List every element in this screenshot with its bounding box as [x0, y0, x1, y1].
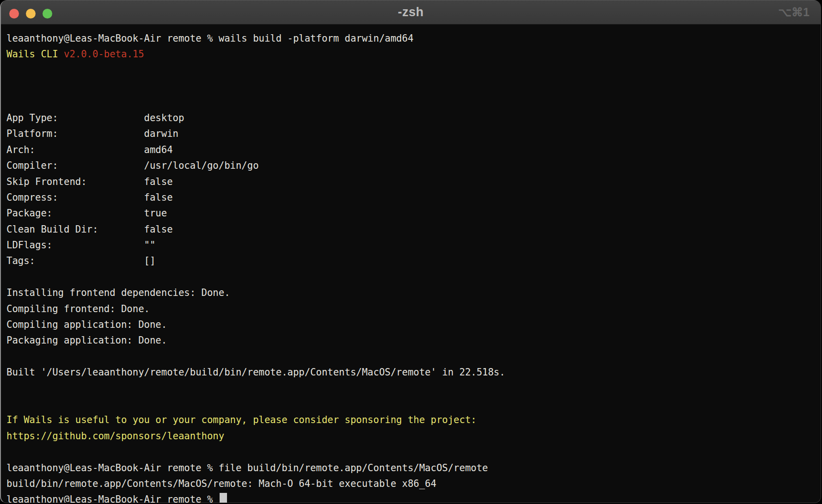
window-shortcut-hint: ⌥⌘1: [778, 0, 810, 24]
terminal-line: Compress: false: [6, 190, 821, 205]
close-button[interactable]: [9, 9, 19, 18]
terminal-line: App Type: desktop: [6, 110, 821, 126]
terminal-line: Built '/Users/leaanthony/remote/build/bi…: [6, 364, 821, 380]
terminal-line: [6, 94, 821, 110]
terminal-cursor: [220, 493, 227, 503]
terminal-line: [6, 396, 821, 412]
terminal-text-segment: Platform: darwin: [6, 128, 178, 139]
terminal-text-segment: Compiling application: Done.: [6, 319, 167, 330]
window-titlebar[interactable]: -zsh ⌥⌘1: [1, 0, 821, 25]
terminal-line: [6, 62, 821, 78]
terminal-line: [6, 78, 821, 94]
terminal-line: Arch: amd64: [6, 142, 821, 158]
terminal-text-segment: Skip Frontend: false: [6, 176, 173, 187]
terminal-text-segment: Compiler: /usr/local/go/bin/go: [6, 160, 259, 171]
terminal-line: Clean Build Dir: false: [6, 221, 821, 237]
terminal-line: LDFlags: "": [6, 237, 821, 253]
traffic-light-group: [9, 9, 52, 18]
terminal-line: [6, 269, 821, 285]
terminal-text-segment: build/bin/remote.app/Contents/MacOS/remo…: [6, 478, 436, 489]
terminal-line: Package: true: [6, 205, 821, 221]
terminal-text-segment: v2.0.0-beta.15: [64, 49, 144, 60]
zoom-button[interactable]: [43, 9, 52, 18]
terminal-line: Tags: []: [6, 253, 821, 269]
terminal-line: Platform: darwin: [6, 126, 821, 141]
terminal-line: [6, 381, 821, 396]
terminal-text-segment: leaanthony@Leas-MacBook-Air remote % wai…: [6, 33, 413, 44]
terminal-text-segment: Package: true: [6, 208, 167, 219]
terminal-line: leaanthony@Leas-MacBook-Air remote % fil…: [6, 460, 821, 476]
terminal-line: Skip Frontend: false: [6, 174, 821, 190]
terminal-line: If Wails is useful to you or your compan…: [6, 412, 821, 428]
terminal-text-segment: Clean Build Dir: false: [6, 224, 173, 235]
terminal-text-segment: https://github.com/sponsors/leaanthony: [6, 430, 224, 442]
terminal-text-segment: leaanthony@Leas-MacBook-Air remote % fil…: [6, 462, 488, 473]
terminal-text-segment: Wails CLI: [6, 49, 64, 60]
terminal-line: Compiling application: Done.: [6, 317, 821, 332]
terminal-line: leaanthony@Leas-MacBook-Air remote %: [6, 492, 821, 503]
terminal-text-segment: Built '/Users/leaanthony/remote/build/bi…: [6, 367, 505, 378]
terminal-line: [6, 349, 821, 364]
terminal-text-segment: Installing frontend dependencies: Done.: [6, 287, 230, 298]
terminal-line: [6, 444, 821, 460]
terminal-text-segment: LDFlags: "": [6, 240, 155, 251]
terminal-text-segment: App Type: desktop: [6, 112, 184, 123]
window-title: -zsh: [1, 0, 821, 24]
terminal-line: Wails CLI v2.0.0-beta.15: [6, 46, 821, 62]
terminal-line: leaanthony@Leas-MacBook-Air remote % wai…: [6, 31, 821, 46]
terminal-text-segment: leaanthony@Leas-MacBook-Air remote %: [6, 494, 219, 503]
terminal-text-segment: Packaging application: Done.: [6, 335, 167, 346]
terminal-text-segment: Tags: []: [6, 255, 155, 266]
terminal-window: -zsh ⌥⌘1 leaanthony@Leas-MacBook-Air rem…: [0, 0, 821, 503]
terminal-line: Compiler: /usr/local/go/bin/go: [6, 158, 821, 173]
terminal-text-segment: Arch: amd64: [6, 144, 173, 155]
terminal-line: Packaging application: Done.: [6, 332, 821, 348]
terminal-text-segment: Compiling frontend: Done.: [6, 303, 150, 314]
terminal-line: https://github.com/sponsors/leaanthony: [6, 428, 821, 444]
terminal-line: Installing frontend dependencies: Done.: [6, 285, 821, 301]
minimize-button[interactable]: [26, 9, 36, 18]
terminal-text-segment: If Wails is useful to you or your compan…: [6, 414, 477, 425]
terminal-line: build/bin/remote.app/Contents/MacOS/remo…: [6, 476, 821, 492]
terminal-text-segment: Compress: false: [6, 192, 173, 203]
terminal-screen[interactable]: leaanthony@Leas-MacBook-Air remote % wai…: [1, 25, 821, 503]
terminal-line: Compiling frontend: Done.: [6, 301, 821, 317]
